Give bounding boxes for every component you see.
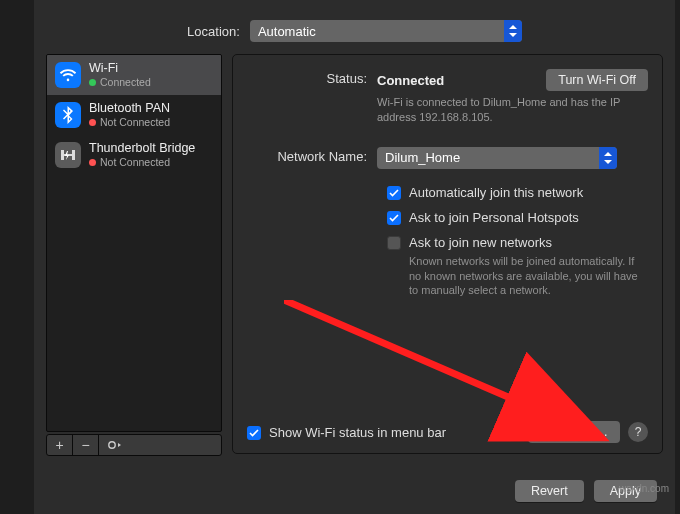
location-value: Automatic <box>258 24 316 39</box>
sidebar-item-wifi[interactable]: Wi-Fi Connected <box>47 55 221 95</box>
advanced-button[interactable]: Advanced… <box>528 421 620 443</box>
wifi-icon <box>55 62 81 88</box>
network-sidebar: Wi-Fi Connected Bluetooth PAN Not Connec… <box>46 54 222 432</box>
detail-panel: Status: Connected Turn Wi-Fi Off Wi-Fi i… <box>232 54 663 454</box>
sidebar-item-name: Thunderbolt Bridge <box>89 141 195 156</box>
status-dot-icon <box>89 79 96 86</box>
sidebar-item-status: Connected <box>100 76 151 89</box>
location-label: Location: <box>187 24 240 39</box>
ask-new-networks-checkbox[interactable] <box>387 236 401 250</box>
auto-join-label: Automatically join this network <box>409 185 583 200</box>
ask-new-networks-desc: Known networks will be joined automatica… <box>409 254 648 299</box>
ask-personal-hotspots-checkbox[interactable] <box>387 211 401 225</box>
sidebar-item-thunderbolt[interactable]: Thunderbolt Bridge Not Connected <box>47 135 221 175</box>
sidebar-item-status: Not Connected <box>100 116 170 129</box>
network-name-label: Network Name: <box>247 147 377 164</box>
remove-network-button[interactable]: − <box>73 435 99 455</box>
show-wifi-menubar-checkbox[interactable] <box>247 426 261 440</box>
status-value: Connected <box>377 73 444 88</box>
sidebar-item-bluetooth[interactable]: Bluetooth PAN Not Connected <box>47 95 221 135</box>
ask-personal-hotspots-label: Ask to join Personal Hotspots <box>409 210 579 225</box>
revert-button[interactable]: Revert <box>515 480 584 502</box>
turn-wifi-off-button[interactable]: Turn Wi-Fi Off <box>546 69 648 91</box>
status-dot-icon <box>89 119 96 126</box>
updown-icon <box>504 20 522 42</box>
svg-point-0 <box>109 442 115 448</box>
network-name-value: Dilum_Home <box>385 150 460 165</box>
watermark: wsxdn.com <box>619 483 669 494</box>
sidebar-item-name: Wi-Fi <box>89 61 151 76</box>
help-button[interactable]: ? <box>628 422 648 442</box>
ask-new-networks-label: Ask to join new networks <box>409 235 648 250</box>
status-dot-icon <box>89 159 96 166</box>
bluetooth-icon <box>55 102 81 128</box>
network-name-select[interactable]: Dilum_Home <box>377 147 617 169</box>
auto-join-checkbox[interactable] <box>387 186 401 200</box>
status-description: Wi-Fi is connected to Dilum_Home and has… <box>377 95 627 125</box>
thunderbolt-icon <box>55 142 81 168</box>
sidebar-actions-menu[interactable] <box>99 435 133 455</box>
sidebar-item-name: Bluetooth PAN <box>89 101 170 116</box>
location-select[interactable]: Automatic <box>250 20 522 42</box>
sidebar-item-status: Not Connected <box>100 156 170 169</box>
add-network-button[interactable]: + <box>47 435 73 455</box>
show-wifi-menubar-label: Show Wi-Fi status in menu bar <box>269 425 446 440</box>
updown-icon <box>599 147 617 169</box>
sidebar-toolbar: + − <box>46 434 222 456</box>
status-label: Status: <box>247 69 377 86</box>
